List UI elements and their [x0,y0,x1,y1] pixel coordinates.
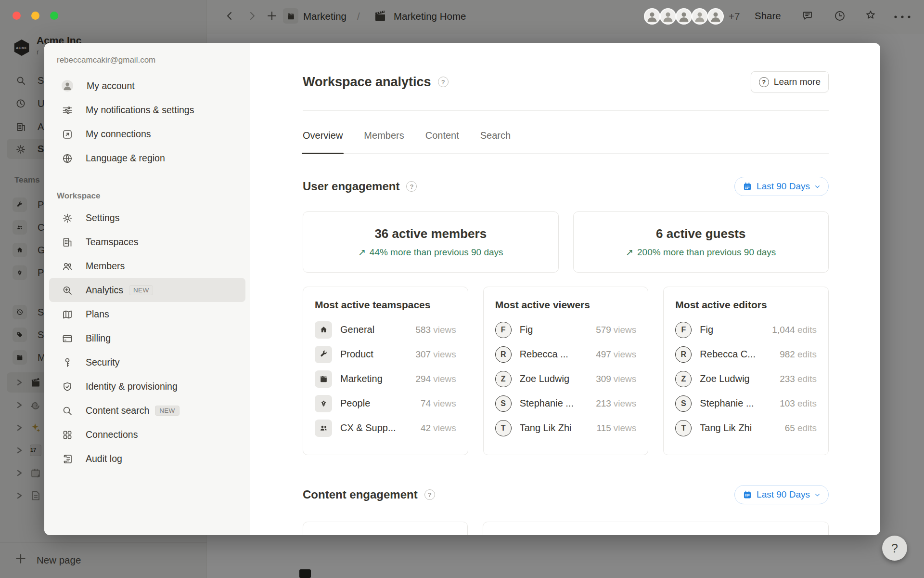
leaderboard-row[interactable]: T Tang Lik Zhi 115views [495,416,637,440]
settings-item-connections[interactable]: Connections [49,422,245,447]
settings-item-my-account[interactable]: My account [49,74,245,98]
settings-item-audit-log[interactable]: Audit log [49,447,245,471]
minimize-window-button[interactable] [31,12,39,20]
globe-icon [62,153,72,163]
partial-card [303,522,468,535]
arrow-up-right-box-icon [62,129,72,139]
collaborator-avatar-5[interactable] [707,8,724,25]
tab-content[interactable]: Content [425,130,459,153]
building-icon [62,236,72,247]
leaderboard-row[interactable]: F Fig 1,044edits [675,317,817,342]
user-avatar: S [675,395,692,412]
title-divider [303,110,829,111]
settings-item-plans[interactable]: Plans [49,302,245,326]
help-circle-icon[interactable]: ? [424,489,435,500]
collaborator-avatar-3[interactable] [676,8,692,25]
stat-card-active-members: 36 active members ↗ 44% more than previo… [303,211,559,273]
close-window-button[interactable] [13,12,21,20]
leaderboard-row[interactable]: S Stephanie ... 103edits [675,391,817,416]
chevron-down-icon [814,184,821,190]
settings-item-analytics[interactable]: Analytics NEW [49,278,245,302]
stat-card-active-guests: 6 active guests ↗ 200% more than previou… [573,211,829,273]
gear-icon [62,212,72,223]
leaderboard-row[interactable]: F Fig 579views [495,317,637,342]
user-avatar: R [675,346,692,363]
leaderboard-row[interactable]: R Rebecca C... 982edits [675,342,817,367]
stat-delta: ↗ 44% more than previous 90 days [358,247,503,258]
leaderboard-row[interactable]: S Stephanie ... 213views [495,391,637,416]
user-avatar: S [495,395,512,412]
collaborator-avatar-4[interactable] [692,8,708,25]
user-avatar: F [495,322,512,338]
trend-up-icon: ↗ [358,247,366,258]
help-circle-icon[interactable]: ? [406,181,417,192]
trend-up-icon: ↗ [626,247,633,258]
settings-item-members[interactable]: Members [49,254,245,278]
settings-item-language-region[interactable]: Language & region [49,146,245,170]
screen: Marketing / Marketing Home +7 Share ACME… [0,0,924,578]
leaderboard-row[interactable]: General 583views [315,317,456,342]
user-avatar: T [495,420,512,436]
user-avatar-icon [62,80,73,92]
help-button[interactable]: ? [882,536,907,561]
leaderboard-row[interactable]: R Rebecca ... 497views [495,342,637,367]
sliders-icon [62,105,72,115]
magnifier-plus-icon [62,285,72,295]
settings-item-security[interactable]: Security [49,350,245,374]
card-most-active-viewers: Most active viewers F Fig 579views R Reb… [483,287,649,455]
new-badge: NEW [155,406,179,416]
settings-item-billing[interactable]: Billing [49,326,245,350]
leaderboard-row[interactable]: CX & Supp... 42views [315,416,456,440]
settings-modal: rebeccamcakir@gmail.com My account My no… [44,43,880,535]
shield-check-icon [62,381,72,392]
partial-card [483,522,829,535]
leaderboard-row[interactable]: T Tang Lik Zhi 65edits [675,416,817,440]
leaderboard-row[interactable]: Product 307views [315,342,456,367]
section-title-content-engagement: Content engagement ? [303,488,435,501]
calendar-icon [743,182,752,191]
analytics-panel: Workspace analytics ? ? Learn more Overv… [250,43,880,535]
calendar-icon [743,490,752,499]
learn-more-button[interactable]: ? Learn more [751,71,829,92]
zoom-window-button[interactable] [50,12,58,20]
user-avatar: Z [495,371,512,387]
date-range-dropdown[interactable]: Last 90 Days [734,177,829,196]
help-circle-icon[interactable]: ? [438,77,449,87]
card-most-active-teamspaces: Most active teamspaces General 583views … [303,287,468,455]
section-title-user-engagement: User engagement ? [303,180,417,193]
settings-item-notifications[interactable]: My notifications & settings [49,98,245,122]
leaderboard-row[interactable]: Z Zoe Ludwig 309views [495,367,637,391]
scroll-icon [62,453,72,464]
flower-icon [315,395,332,412]
analytics-tabs: Overview Members Content Search [303,130,829,154]
leaderboard-row[interactable]: Marketing 294views [315,367,456,391]
collaborator-avatar-2[interactable] [660,8,676,25]
map-icon [62,309,72,319]
settings-item-identity[interactable]: Identity & provisioning [49,374,245,398]
wrench-icon [315,346,332,363]
window-controls [13,12,58,20]
magnifier-icon [62,405,72,416]
tab-search[interactable]: Search [480,130,511,153]
key-icon [62,357,72,368]
credit-card-icon [62,333,72,343]
date-range-dropdown[interactable]: Last 90 Days [734,485,829,504]
user-avatar: Z [675,371,692,387]
page-title: Workspace analytics ? [303,75,449,90]
new-badge: NEW [129,285,153,295]
settings-item-settings[interactable]: Settings [49,206,245,230]
stat-delta: ↗ 200% more than previous 90 days [626,247,776,258]
settings-item-teamspaces[interactable]: Teamspaces [49,230,245,254]
clapperboard-icon [315,370,332,388]
leaderboard-row[interactable]: People 74views [315,391,456,416]
tab-members[interactable]: Members [364,130,404,153]
user-avatar: T [675,420,692,436]
user-avatar: F [675,322,692,338]
card-most-active-editors: Most active editors F Fig 1,044edits R R… [663,287,829,455]
settings-sidebar: rebeccamcakir@gmail.com My account My no… [44,43,250,535]
settings-item-content-search[interactable]: Content search NEW [49,398,245,422]
leaderboard-row[interactable]: Z Zoe Ludwig 233edits [675,367,817,391]
tab-overview[interactable]: Overview [303,130,343,153]
collaborator-avatar-1[interactable] [644,8,660,25]
settings-item-my-connections[interactable]: My connections [49,122,245,146]
